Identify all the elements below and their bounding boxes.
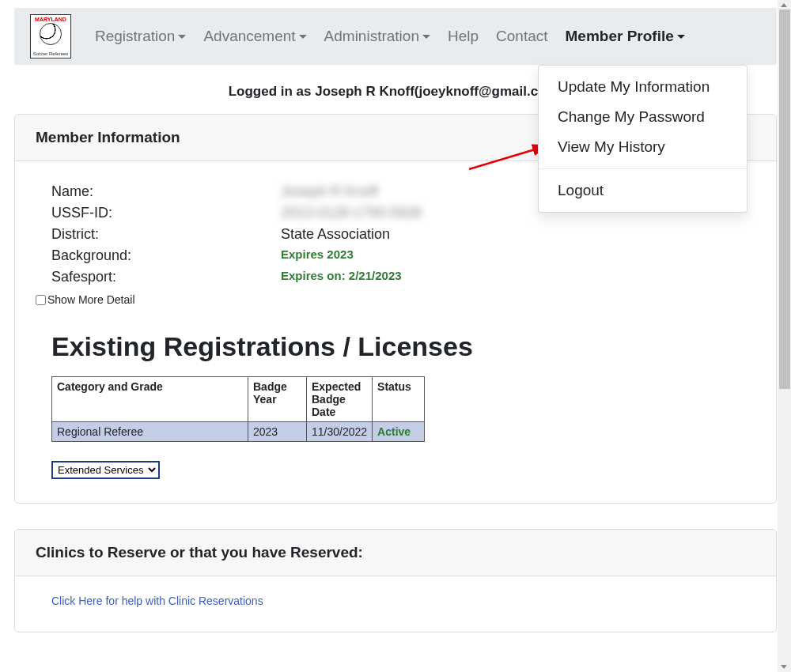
background-label: Background: xyxy=(51,247,281,264)
clinics-header: Clinics to Reserve or that you have Rese… xyxy=(15,530,776,576)
nav-label: Advancement xyxy=(203,28,295,45)
col-expected-badge: Expected Badge Date xyxy=(307,377,373,422)
ussf-value: 2013-0128-1790-5928 xyxy=(281,205,422,221)
cell-status: Active xyxy=(373,422,425,442)
dropdown-divider xyxy=(539,168,747,169)
name-label: Name: xyxy=(51,183,281,200)
safesport-value: Expires on: 2/21/2023 xyxy=(281,269,402,285)
col-category: Category and Grade xyxy=(52,377,248,422)
dropdown-logout[interactable]: Logout xyxy=(539,176,747,206)
chevron-down-icon xyxy=(299,35,307,39)
member-profile-dropdown: Update My Information Change My Password… xyxy=(538,65,747,213)
registrations-table: Category and Grade Badge Year Expected B… xyxy=(51,376,425,442)
registrations-title: Existing Registrations / Licenses xyxy=(51,331,740,362)
nav-label: Administration xyxy=(324,28,419,45)
district-label: District: xyxy=(51,226,281,243)
logo-text-bottom: Soccer Referees xyxy=(33,51,69,56)
nav-administration[interactable]: Administration xyxy=(324,28,430,45)
show-more-checkbox[interactable] xyxy=(36,295,46,305)
cell-category: Regional Referee xyxy=(52,422,248,442)
scroll-down-icon[interactable] xyxy=(781,665,787,666)
table-row: Regional Referee 2023 11/30/2022 Active xyxy=(52,422,425,442)
cell-expected-badge: 11/30/2022 xyxy=(307,422,373,442)
chevron-down-icon xyxy=(178,35,186,39)
nav-contact[interactable]: Contact xyxy=(496,28,547,45)
clinic-help-link[interactable]: Click Here for help with Clinic Reservat… xyxy=(51,595,263,607)
clinics-card: Clinics to Reserve or that you have Rese… xyxy=(14,529,777,632)
nav-advancement[interactable]: Advancement xyxy=(203,28,306,45)
dropdown-view-history[interactable]: View My History xyxy=(539,132,747,162)
nav-label: Help xyxy=(448,28,479,45)
chevron-down-icon xyxy=(422,35,430,39)
table-header-row: Category and Grade Badge Year Expected B… xyxy=(52,377,425,422)
chevron-down-icon xyxy=(677,35,685,39)
logo-text-top: MARYLAND xyxy=(35,17,66,22)
scroll-up-icon[interactable] xyxy=(781,3,787,7)
nav-help[interactable]: Help xyxy=(448,28,479,45)
soccer-ball-icon xyxy=(40,23,62,45)
nav-links: Registration Advancement Administration … xyxy=(95,28,685,45)
nav-registration[interactable]: Registration xyxy=(95,28,186,45)
col-status: Status xyxy=(373,377,425,422)
brand-logo[interactable]: MARYLAND Soccer Referees xyxy=(30,14,71,59)
dropdown-change-password[interactable]: Change My Password xyxy=(539,102,747,132)
extended-services-select[interactable]: Extended Services xyxy=(51,461,160,479)
district-value: State Association xyxy=(281,226,390,243)
nav-label: Contact xyxy=(496,28,547,45)
name-value: Joseph R Knoff xyxy=(281,183,378,200)
scrollbar[interactable] xyxy=(778,0,791,666)
dropdown-update-info[interactable]: Update My Information xyxy=(539,72,747,102)
nav-label: Member Profile xyxy=(566,28,674,45)
col-badge-year: Badge Year xyxy=(248,377,307,422)
scrollbar-thumb[interactable] xyxy=(779,9,790,389)
nav-member-profile[interactable]: Member Profile xyxy=(566,28,685,45)
cell-badge-year: 2023 xyxy=(248,422,307,442)
ussf-label: USSF-ID: xyxy=(51,205,281,221)
navbar: MARYLAND Soccer Referees Registration Ad… xyxy=(14,8,777,65)
nav-label: Registration xyxy=(95,28,175,45)
background-value: Expires 2023 xyxy=(281,247,354,264)
show-more-label: Show More Detail xyxy=(47,293,135,306)
safesport-label: Safesport: xyxy=(51,269,281,285)
